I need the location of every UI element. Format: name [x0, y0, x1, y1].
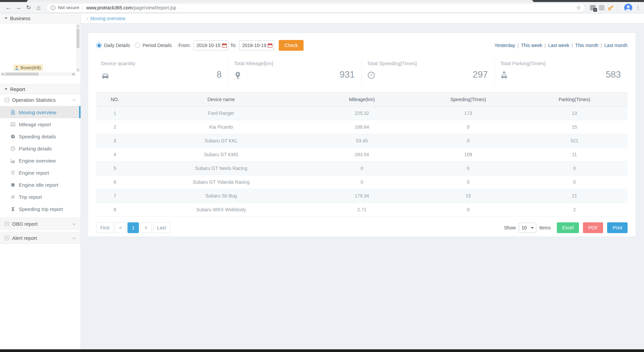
extension-icon[interactable]: 0 — [590, 5, 596, 10]
excel-button[interactable]: Excel — [557, 222, 579, 233]
browser-menu-icon[interactable]: ⋮ — [636, 5, 641, 11]
calendar-icon[interactable] — [268, 43, 272, 48]
address-bar[interactable]: i Not secure www.protrack365.com/page/vi… — [46, 3, 585, 12]
sidebar-item-engine-report[interactable]: Engine report — [0, 167, 80, 179]
scroll-up-icon[interactable]: ▲ — [76, 24, 80, 28]
cell-device[interactable]: Subaru Sti Bug — [133, 189, 309, 203]
tree-horizontal-scrollbar[interactable]: ◀ ▶ — [1, 72, 75, 76]
cell-device[interactable]: Subaru GT KKL — [133, 134, 309, 148]
forward-icon[interactable]: → — [13, 3, 23, 12]
sidebar-item-speeding-trip-report[interactable]: Speeding trip report — [0, 203, 80, 215]
quick-link[interactable]: This month — [575, 43, 598, 48]
page-first-button[interactable]: First — [96, 222, 113, 233]
bar-chart-icon — [10, 158, 15, 163]
period-details-radio[interactable] — [135, 43, 140, 48]
calendar-icon[interactable] — [222, 43, 227, 48]
page-next-button[interactable]: > — [140, 222, 152, 233]
sidebar-item-engine-overview[interactable]: Engine overview — [0, 155, 80, 167]
quick-link[interactable]: This week — [521, 43, 542, 48]
column-header: Mileage(km) — [309, 92, 415, 106]
info-icon[interactable]: i — [51, 5, 55, 10]
section-operation-statistics[interactable]: − Operation Statistics — [0, 94, 80, 106]
scroll-right-icon[interactable]: ▶ — [72, 72, 75, 76]
daily-details-radio[interactable] — [96, 43, 102, 48]
table-row: 5Subaru GT Neels Racing000 — [96, 162, 628, 175]
chevron-down-icon — [72, 236, 76, 239]
user-icon — [14, 65, 19, 70]
reload-icon[interactable]: ↻ — [23, 3, 34, 12]
check-button[interactable]: Check — [279, 40, 304, 51]
book-icon — [10, 122, 15, 127]
page-prev-button[interactable]: < — [115, 222, 126, 233]
cell-mileage: 0 — [309, 175, 415, 189]
expand-box-icon[interactable]: + — [5, 222, 9, 226]
hourglass-icon — [10, 207, 15, 212]
home-icon[interactable]: ⌂ — [34, 3, 44, 12]
tree-vertical-scrollbar[interactable]: ▲ ▼ — [76, 24, 80, 72]
cell-parking: 21 — [521, 189, 628, 203]
sidebar: Business Boxer(8/8) ▲ ▼ ◀ ▶ — [0, 13, 81, 349]
column-header: Speeding(Times) — [415, 92, 521, 106]
cell-device[interactable]: Subaru GT KMS — [133, 148, 309, 162]
scroll-left-icon[interactable]: ◀ — [1, 72, 4, 76]
from-date-field[interactable] — [194, 40, 228, 50]
collapse-box-icon[interactable]: − — [5, 98, 9, 102]
quick-link[interactable]: Last month — [604, 43, 628, 48]
print-button[interactable]: Print — [607, 222, 628, 233]
sidebar-item-moving-overview[interactable]: Moving overview — [0, 106, 80, 118]
section-alert-report[interactable]: + Alert report — [0, 232, 80, 244]
quick-link[interactable]: Yesterday — [494, 43, 515, 48]
section-obd-report[interactable]: + OBD report — [0, 218, 80, 230]
key-icon[interactable] — [608, 5, 614, 11]
back-icon[interactable]: ← — [3, 3, 13, 12]
url-path: /page/viewReport.jsp — [132, 5, 176, 10]
url-host: www.protrack365.com — [86, 5, 132, 10]
page-number-button[interactable]: 1 — [127, 222, 139, 233]
sidebar-item-parking-details[interactable]: Parking details — [0, 142, 80, 155]
profile-avatar[interactable] — [624, 4, 632, 12]
cell-device[interactable]: Kia Picanto — [133, 120, 309, 134]
sidebar-item-engine-idle-report[interactable]: Engine idle report — [0, 179, 80, 191]
column-header: NO. — [96, 92, 133, 106]
vertical-scroll-thumb[interactable] — [76, 29, 79, 48]
page-size-value: 10 — [522, 225, 527, 230]
browser-toolbar: ← → ↻ ⌂ i Not secure www.protrack365.com… — [0, 2, 644, 13]
square-icon — [10, 182, 15, 187]
sidebar-item-mileage-report[interactable]: Mileage report — [0, 118, 80, 130]
sidebar-item-trip-report[interactable]: Trip report — [0, 191, 80, 203]
cell-device[interactable]: Ford Ranger — [133, 106, 309, 120]
to-date-field[interactable] — [239, 40, 274, 50]
column-header: Parking(Times) — [521, 92, 628, 106]
cell-device[interactable]: Subaru WRX Widebody — [133, 203, 309, 217]
breadcrumb-label[interactable]: Moving overview — [90, 16, 125, 21]
scroll-down-icon[interactable]: ▼ — [76, 68, 80, 72]
sidebar-item-label: Speeding trip report — [19, 206, 63, 212]
sidebar-item-speeding-details[interactable]: Speeding details — [0, 130, 80, 142]
cell-speeding: 109 — [415, 148, 521, 162]
expand-box-icon[interactable]: + — [5, 236, 9, 240]
horizontal-scroll-thumb[interactable] — [5, 73, 39, 76]
cell-parking: 521 — [521, 134, 628, 148]
sidebar-header-report[interactable]: Report — [0, 84, 80, 94]
sidebar-header-business[interactable]: Business — [0, 13, 80, 24]
speedometer-icon — [10, 134, 15, 139]
page-last-button[interactable]: Last — [153, 222, 170, 233]
report-table: NO.Device nameMileage(km)Speeding(Times)… — [96, 92, 628, 217]
tree-node-boxer[interactable]: Boxer(8/8) — [13, 64, 43, 71]
page-size-select[interactable]: 10 — [519, 223, 536, 233]
chevron-up-icon — [72, 99, 76, 102]
bookmark-star-icon[interactable]: ☆ — [576, 4, 581, 11]
stat-label: Total Parking[Times] — [500, 60, 628, 66]
quick-link[interactable]: Last week — [548, 43, 569, 48]
from-label: From: — [178, 43, 191, 48]
column-header: Device name — [133, 92, 309, 106]
collapse-triangle-icon — [5, 88, 7, 90]
browser-active-tab[interactable] — [27, 0, 533, 2]
from-date-input[interactable] — [197, 43, 221, 48]
quick-link-separator: | — [542, 43, 548, 48]
extension-icon-2[interactable] — [599, 5, 604, 10]
pdf-button[interactable]: PDF — [583, 222, 603, 233]
browser-actions: 0 ⋮ — [590, 4, 641, 12]
to-date-input[interactable] — [242, 43, 266, 48]
section-label: Operation Statistics — [12, 97, 56, 103]
